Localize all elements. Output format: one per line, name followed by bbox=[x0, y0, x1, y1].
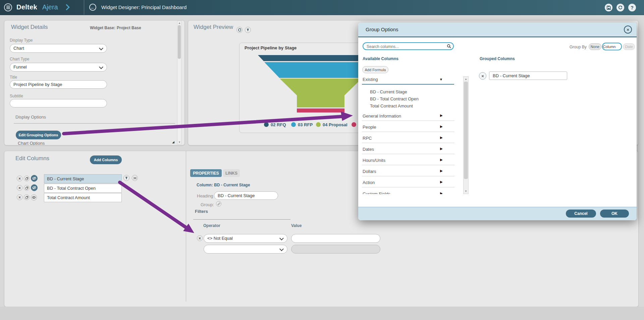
remove-column-icon[interactable]: × bbox=[17, 194, 22, 200]
column-row[interactable]: Total Contract Amount bbox=[44, 193, 122, 202]
duplicate-column-icon[interactable] bbox=[24, 185, 30, 191]
column-row[interactable]: BD - Current Stage bbox=[44, 174, 122, 183]
chevron-down-icon bbox=[99, 65, 103, 69]
display-options-divider bbox=[14, 123, 175, 124]
column-row[interactable]: BD - Total Contract Open bbox=[44, 184, 122, 193]
collapse-icon[interactable]: ▼ bbox=[439, 78, 443, 81]
category-row[interactable]: RPC bbox=[363, 136, 372, 141]
scroll-down-icon[interactable]: ▼ bbox=[465, 190, 467, 193]
search-icon[interactable] bbox=[447, 44, 451, 48]
group-by-label: Group By bbox=[570, 45, 587, 49]
scroll-down-icon[interactable]: ▼ bbox=[178, 141, 181, 144]
group-by-none[interactable]: None bbox=[589, 43, 601, 50]
expand-icon[interactable]: ▶ bbox=[440, 136, 443, 139]
expand-icon[interactable]: ▶ bbox=[440, 125, 443, 128]
top-bar: Deltek Ajera ← Widget Designer: Principa… bbox=[0, 0, 644, 15]
legend-dot bbox=[291, 122, 296, 127]
category-row[interactable]: People bbox=[363, 125, 376, 130]
scrollbar-thumb[interactable] bbox=[464, 82, 468, 179]
display-options-label: Display Options bbox=[15, 115, 46, 120]
remove-column-icon[interactable]: × bbox=[17, 176, 22, 181]
group-by-column[interactable]: Column bbox=[602, 43, 622, 50]
category-row[interactable]: Custom Fields bbox=[363, 191, 390, 194]
heading-input[interactable] bbox=[214, 191, 278, 200]
visibility-hidden-icon[interactable] bbox=[31, 175, 38, 182]
available-column-item[interactable]: BD - Total Contract Open bbox=[370, 96, 419, 101]
grouped-column-input[interactable] bbox=[489, 72, 567, 80]
remove-filter-icon[interactable]: × bbox=[197, 235, 203, 241]
back-button[interactable]: ← bbox=[89, 4, 96, 11]
legend-label: 03 RFP bbox=[298, 122, 313, 127]
add-columns-button[interactable]: Add Columns bbox=[90, 155, 122, 164]
page-title: Widget Designer: Principal Dashboard bbox=[101, 4, 186, 10]
search-columns-input[interactable] bbox=[366, 43, 444, 50]
preview-filter-icon[interactable] bbox=[245, 27, 251, 33]
visibility-hidden-icon[interactable] bbox=[31, 184, 38, 191]
expand-icon[interactable]: ▶ bbox=[440, 158, 443, 162]
category-row[interactable]: General Information bbox=[363, 113, 401, 119]
insert-column-icon[interactable] bbox=[132, 175, 138, 181]
hamburger-menu-icon[interactable] bbox=[4, 3, 12, 11]
subtitle-input[interactable] bbox=[10, 99, 107, 107]
widget-base-label: Widget Base: bbox=[90, 26, 115, 30]
filters-heading: Filters bbox=[195, 209, 208, 214]
widget-details-heading: Widget Details bbox=[11, 24, 48, 31]
tab-links[interactable]: LINKS bbox=[223, 169, 240, 177]
expand-icon[interactable]: ▶ bbox=[440, 147, 443, 150]
category-row[interactable]: Dates bbox=[363, 147, 374, 152]
filter-operator-select[interactable]: <> Not Equal bbox=[204, 234, 287, 243]
column-label: Column: bbox=[197, 183, 213, 187]
filter-value-input[interactable] bbox=[291, 234, 380, 243]
chart-title: Project Pipeline by Stage bbox=[245, 45, 297, 50]
save-icon[interactable] bbox=[605, 4, 612, 11]
group-by-date[interactable]: Date bbox=[623, 43, 635, 50]
preview-refresh-icon[interactable] bbox=[236, 27, 243, 33]
remove-column-icon[interactable]: × bbox=[17, 185, 22, 191]
group-label: Group: bbox=[201, 202, 214, 207]
scrollbar-thumb[interactable] bbox=[178, 25, 181, 59]
dialog-footer: Cancel OK bbox=[358, 207, 637, 220]
column-filter-icon[interactable] bbox=[123, 175, 129, 181]
remove-grouped-column-icon[interactable]: × bbox=[479, 72, 486, 80]
refresh-icon[interactable] bbox=[616, 4, 624, 11]
category-row[interactable]: Action bbox=[363, 180, 375, 185]
duplicate-column-icon[interactable] bbox=[24, 176, 30, 181]
category-row[interactable]: Dollars bbox=[363, 169, 376, 174]
ok-button[interactable]: OK bbox=[600, 210, 629, 218]
filter-operator-select-empty[interactable] bbox=[204, 245, 287, 254]
expand-icon[interactable]: ▶ bbox=[440, 180, 443, 184]
list-divider bbox=[362, 121, 454, 121]
legend-label: 04 Proposal bbox=[323, 122, 347, 127]
expand-icon[interactable]: ▶ bbox=[440, 191, 443, 194]
cancel-button[interactable]: Cancel bbox=[566, 210, 596, 218]
existing-underline bbox=[362, 84, 454, 85]
available-column-item[interactable]: BD - Current Stage bbox=[370, 89, 407, 94]
chart-type-select[interactable]: Funnel bbox=[10, 63, 107, 72]
brand-chevron-icon bbox=[63, 4, 69, 10]
expand-icon[interactable]: ▶ bbox=[440, 169, 443, 173]
help-icon[interactable]: ? bbox=[628, 4, 636, 11]
visibility-visible-icon[interactable] bbox=[31, 194, 37, 200]
available-column-item[interactable]: Total Contract Amount bbox=[370, 103, 413, 108]
title-input[interactable] bbox=[10, 80, 107, 89]
display-type-select[interactable]: Chart bbox=[10, 44, 107, 53]
chevron-down-icon bbox=[279, 247, 284, 251]
expand-icon[interactable]: ▶ bbox=[440, 113, 443, 117]
edit-group-icon[interactable] bbox=[216, 201, 221, 207]
category-row[interactable]: Hours/Units bbox=[363, 158, 385, 163]
existing-group-row[interactable]: Existing bbox=[363, 77, 378, 82]
panel-divider bbox=[186, 151, 186, 302]
resize-handle-icon[interactable]: ◢ bbox=[172, 141, 174, 144]
chart-options-label: Chart Options bbox=[18, 141, 45, 145]
edit-grouping-options-button[interactable]: Edit Grouping Options bbox=[16, 131, 61, 139]
duplicate-column-icon[interactable] bbox=[24, 194, 30, 200]
tab-properties[interactable]: PROPERTIES bbox=[190, 169, 222, 177]
close-icon[interactable]: × bbox=[624, 26, 632, 34]
grouped-columns-heading: Grouped Columns bbox=[480, 56, 515, 61]
list-divider bbox=[362, 154, 454, 154]
dialog-header: Group Options × bbox=[358, 22, 637, 37]
scroll-up-icon[interactable]: ▲ bbox=[178, 22, 181, 25]
heading-label: Heading bbox=[197, 193, 213, 198]
add-formula-button[interactable]: Add Formula bbox=[362, 66, 388, 73]
scroll-up-icon[interactable]: ▲ bbox=[465, 78, 467, 81]
